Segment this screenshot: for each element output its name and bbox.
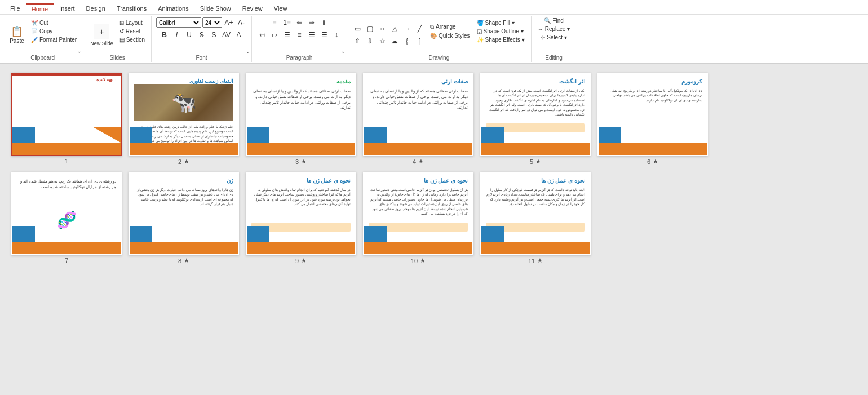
slide-item[interactable]: الفبای زیست فناوری 🐄 علم ژنتیک یا علم ور… <box>129 73 239 165</box>
slide-num-7: 7 <box>65 257 68 264</box>
slide-thumb-11[interactable]: نحوه ی عمل ژن ها البته باید توجه داشت که… <box>480 172 591 255</box>
slide-blue-left-9 <box>247 226 269 242</box>
new-slide-button[interactable]: + New Slide <box>88 23 116 47</box>
slide-item[interactable]: : تهیه کننده 1 <box>11 73 122 165</box>
tab-review[interactable]: Review <box>237 4 268 13</box>
slide-thumb-1[interactable]: : تهیه کننده <box>11 73 122 156</box>
font-family-select[interactable]: Calibri <box>156 17 201 28</box>
right-arrow-shape[interactable]: ⇩ <box>364 35 375 47</box>
shape-outline-button[interactable]: ◱ Shape Outline▾ <box>475 28 526 35</box>
align-center-button[interactable]: ≡ <box>294 29 305 41</box>
tab-transitions[interactable]: Transitions <box>111 4 152 13</box>
paragraph-group: ≡ 1≡ ⇐ ⇒ ⫿ ↤ ↦ ☰ ≡ ☰ ☰ ↕ Paragraph ⌄ <box>252 16 347 62</box>
slide-item[interactable]: نحوه ی عمل ژن ها در سال گذشته آموختیم که… <box>246 172 356 264</box>
italic-button[interactable]: I <box>171 29 183 41</box>
indent-increase-button[interactable]: ⇒ <box>306 17 317 28</box>
strikethrough-button[interactable]: S̶ <box>196 29 207 41</box>
find-label: Find <box>552 17 563 24</box>
section-button[interactable]: ▤ Section <box>118 36 147 43</box>
font-size-select[interactable]: 24 <box>202 17 222 28</box>
line-spacing-button[interactable]: ↕ <box>331 29 342 41</box>
cut-button[interactable]: ✂️ Cut <box>29 19 78 26</box>
slide-body-5: یکی از صفات ارثی اثر انگشت است.بیش از یک… <box>486 88 585 117</box>
rounded-rect-shape[interactable]: ▢ <box>364 23 375 34</box>
paragraph-launch[interactable]: ⌄ <box>341 48 346 54</box>
shadow-button[interactable]: S <box>209 29 220 41</box>
oval-shape[interactable]: ○ <box>377 23 388 34</box>
reset-button[interactable]: ↺ Reset <box>118 28 147 35</box>
triangle-shape[interactable]: △ <box>389 23 400 34</box>
slide-panel[interactable]: : تهیه کننده 1 الفبای زیست فناو <box>0 64 868 395</box>
star-shape[interactable]: ☆ <box>377 35 388 47</box>
slide-star-5: ★ <box>535 158 541 165</box>
tab-animations[interactable]: Animations <box>152 4 194 13</box>
tab-file[interactable]: File <box>5 4 26 13</box>
shape-effects-button[interactable]: ✨ Shape Effects▾ <box>475 36 526 43</box>
brace-shape[interactable]: { <box>401 35 413 47</box>
slide-thumb-6[interactable]: کروموزم دی ان ای یک مولکول آلی با ساختار… <box>597 73 708 156</box>
increase-font-button[interactable]: A+ <box>223 17 234 28</box>
slide-blue-left-11 <box>481 226 504 242</box>
bracket-shape[interactable]: [ <box>414 35 425 47</box>
slide-title-1: : تهیه کننده <box>17 77 116 82</box>
slide-thumb-7[interactable]: دو رشته ی دی ان ای همانند یک زیپ به هم م… <box>11 172 122 255</box>
slide-thumb-2[interactable]: الفبای زیست فناوری 🐄 علم ژنتیک یا علم ور… <box>129 73 239 156</box>
slide-orange-bar-10 <box>364 242 472 254</box>
slide-item[interactable]: ژن ژن ها را واحدهای بروز صفات می دانند. … <box>129 172 239 264</box>
slide-orange-bar-6 <box>599 143 707 155</box>
find-button[interactable]: 🔍 Find <box>542 17 565 24</box>
slide-orange-bar-3 <box>247 143 355 155</box>
quick-styles-button[interactable]: 🎨 Quick Styles <box>428 32 472 39</box>
slide-item[interactable]: مقدمه صفات ارثی صفاتی هستند که از والدین… <box>246 73 356 165</box>
font-launch[interactable]: ⌄ <box>246 48 250 54</box>
copy-button[interactable]: 📄 Copy <box>29 28 78 35</box>
line-shape[interactable]: ╱ <box>414 23 425 34</box>
numbering-button[interactable]: 1≡ <box>281 17 293 28</box>
callout-shape[interactable]: ☁ <box>389 35 400 47</box>
layout-button[interactable]: ⊞ Layout <box>118 19 147 26</box>
slide-blue-left-1 <box>12 127 35 143</box>
rtl-button[interactable]: ↤ <box>256 29 268 41</box>
slide-thumb-10[interactable]: نحوه ی عمل ژن ها هر آن مسئول تخصصی بودن … <box>363 172 473 255</box>
underline-button[interactable]: U <box>184 29 195 41</box>
font-label: Font <box>152 55 251 61</box>
slide-item[interactable]: نحوه ی عمل ژن ها البته باید توجه داشت که… <box>480 172 591 264</box>
bold-button[interactable]: B <box>159 29 170 41</box>
slide-thumb-3[interactable]: مقدمه صفات ارثی صفاتی هستند که از والدین… <box>246 73 356 156</box>
rect-shape[interactable]: ▭ <box>352 23 363 34</box>
shape-fill-button[interactable]: 🪣 Shape Fill▾ <box>475 19 526 26</box>
align-left-button[interactable]: ☰ <box>281 29 293 41</box>
slide-item[interactable]: صفات ارثی صفات ارثی صفاتی هستند که از وا… <box>363 73 473 165</box>
paste-button[interactable]: 📋 Paste <box>7 25 27 45</box>
tab-slideshow[interactable]: Slide Show <box>194 4 237 13</box>
slide-item[interactable]: نحوه ی عمل ژن ها هر آن مسئول تخصصی بودن … <box>363 172 473 264</box>
slide-orange-bar-4 <box>364 143 472 155</box>
format-painter-button[interactable]: 🖌️ Format Painter <box>29 36 78 43</box>
ltr-button[interactable]: ↦ <box>269 29 280 41</box>
justify-button[interactable]: ☰ <box>318 29 330 41</box>
char-spacing-button[interactable]: AV <box>221 29 232 41</box>
tab-design[interactable]: Design <box>81 4 111 13</box>
slide-thumb-5[interactable]: اثر انگشت یکی از صفات ارثی اثر انگشت است… <box>480 73 591 156</box>
decrease-font-button[interactable]: A- <box>236 17 247 28</box>
arrange-button[interactable]: ⧉ Arrange <box>428 23 472 31</box>
align-right-button[interactable]: ☰ <box>306 29 317 41</box>
tab-home[interactable]: Home <box>26 3 54 14</box>
arrow-shape[interactable]: → <box>401 23 413 34</box>
left-arrow-shape[interactable]: ⇧ <box>352 35 363 47</box>
tab-view[interactable]: View <box>268 4 293 13</box>
select-button[interactable]: ⊹ Select▾ <box>539 34 569 41</box>
indent-decrease-button[interactable]: ⇐ <box>294 17 305 28</box>
slide-thumb-9[interactable]: نحوه ی عمل ژن ها در سال گذشته آموختیم که… <box>246 172 356 255</box>
replace-button[interactable]: ↔ Replace▾ <box>536 25 572 33</box>
slide-thumb-8[interactable]: ژن ژن ها را واحدهای بروز صفات می دانند. … <box>129 172 239 255</box>
slide-item[interactable]: اثر انگشت یکی از صفات ارثی اثر انگشت است… <box>480 73 591 165</box>
slide-thumb-4[interactable]: صفات ارثی صفات ارثی صفاتی هستند که از وا… <box>363 73 473 156</box>
font-color-button[interactable]: A <box>233 29 245 41</box>
slide-item[interactable]: دو رشته ی دی ان ای همانند یک زیپ به هم م… <box>11 172 122 264</box>
columns-button[interactable]: ⫿ <box>318 17 330 28</box>
clipboard-launch[interactable]: ⌄ <box>77 48 82 54</box>
slide-item[interactable]: کروموزم دی ان ای یک مولکول آلی با ساختار… <box>597 73 708 165</box>
tab-insert[interactable]: Insert <box>54 4 81 13</box>
bullet-button[interactable]: ≡ <box>269 17 280 28</box>
